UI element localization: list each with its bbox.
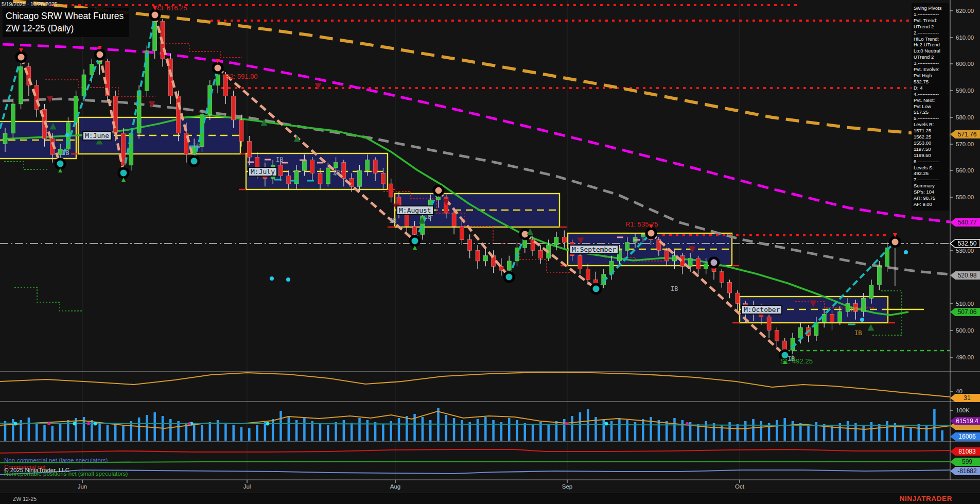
svg-text:532.50: 532.50 [958,240,977,247]
svg-text:16006: 16006 [958,433,976,440]
swing-panel-line: Summary [914,183,949,189]
swing-panel-line: 492.25 [914,170,949,177]
swing-panel-line: Pvt. Evolve: [914,66,949,73]
ib-label: IB [332,169,340,176]
swing-panel-line: 1189.50 [914,152,949,159]
swing-panel-line: 1562.25 [914,134,949,140]
ib-label: IB [671,285,678,292]
pivot-level-label: R1: 535.75 [625,220,658,228]
month-box-label: M:June [82,131,112,141]
svg-text:Aug: Aug [390,483,400,490]
svg-text:61519.4: 61519.4 [956,418,978,425]
swing-panel-line: 5.------------- [914,115,949,121]
svg-text:500.00: 500.00 [956,327,974,334]
svg-text:100K: 100K [956,407,970,413]
svg-text:31: 31 [964,394,971,402]
svg-text:550.00: 550.00 [956,194,974,200]
svg-text:560.00: 560.00 [956,167,974,173]
ib-label: IB [276,156,283,163]
swing-panel-line: 6.------------- [914,159,949,165]
session-label: F0 [850,306,857,313]
pivot-level-label: S1: 492.25 [780,357,813,365]
swing-panel-line: Swing Pivots [914,5,949,11]
svg-text:610.00: 610.00 [956,34,974,41]
svg-text:540.77: 540.77 [958,219,977,226]
swing-panel-line: 517.25 [914,109,949,115]
status-bar: ZW 12-25 NINJATRADER [0,493,980,504]
svg-text:507.06: 507.06 [958,308,977,316]
svg-text:530.00: 530.00 [956,248,974,254]
instrument-tab[interactable]: ZW 12-25 [13,496,37,502]
cot-legend-item: Non-commercial net (large speculators) [4,457,108,463]
swing-panel-line: 4.------------- [914,91,949,97]
svg-text:600.00: 600.00 [956,61,974,67]
svg-text:40: 40 [956,388,962,394]
swing-panel-line: SP's: 104 [914,189,949,195]
swing-panel-line: 532.75 [914,79,949,85]
swing-panel-line: 1197.50 [914,146,949,152]
swing-panel-line: Levels R: [914,121,949,128]
month-box-label: M:July [248,167,277,177]
swing-panel-line: 1553.00 [914,140,949,146]
ib-label: IB [389,217,396,224]
svg-text:520.98: 520.98 [958,272,977,279]
ib-label: IB [62,149,69,157]
swing-panel-line: 2.------------- [914,30,949,36]
swing-panel-line: 7.------------- [914,177,949,183]
ninjatrader-logo[interactable]: NINJATRADER [900,495,952,502]
swing-panel-line: AR: 98.75 [914,195,949,201]
session-label: IB [854,329,862,337]
swing-panel-line: 3.------------- [914,60,949,66]
chart-title-line1: Chicago SRW Wheat Futures [6,10,124,22]
svg-text:490.00: 490.00 [956,354,974,360]
svg-text:81083: 81083 [958,448,976,455]
swing-panel-line: HiLo Trend: [914,36,949,42]
swing-panel-line: AF: 9.00 [914,201,949,207]
svg-text:571.76: 571.76 [958,131,977,138]
date-range-label: 5/19/2025 - 10/28/2025 [2,1,58,7]
chart-title-line2: ZW 12-25 (Daily) [6,22,124,34]
swing-panel-line: 1.------------- [914,11,949,18]
swing-panel-line: Levels S: [914,165,949,171]
svg-text:Jun: Jun [78,483,87,490]
svg-text:Jul: Jul [243,483,251,490]
svg-text:620.00: 620.00 [956,8,974,14]
month-box-label: M:October [741,305,782,315]
svg-text:590.00: 590.00 [956,88,974,94]
swing-panel-line: UTrend 2 [914,54,949,60]
svg-text:570.00: 570.00 [956,141,974,147]
svg-text:Sep: Sep [562,483,572,490]
chart-canvas[interactable]: 620.00610.00600.00590.00580.00570.00560.… [0,0,980,504]
svg-text:510.00: 510.00 [956,301,974,307]
svg-text:580.00: 580.00 [956,114,974,120]
swing-panel-line: UTrend 2 [914,24,949,30]
ib-label: IB [192,143,200,150]
svg-text:599: 599 [962,458,972,465]
month-box-label: M:September [569,245,619,254]
cot-legend-item: Nonreportable positions net (small specu… [4,471,128,477]
swing-pivots-panel: Swing Pivots1.-------------Pvt. Trend:UT… [912,3,949,211]
svg-text:-81682: -81682 [957,467,977,475]
swing-panel-line: Lo:0 Neutral [914,48,949,54]
chart-title: Chicago SRW Wheat Futures ZW 12-25 (Dail… [3,8,129,37]
pivot-level-label: R3: 616.25 [154,4,187,12]
swing-panel-line: Pvt High [914,73,949,79]
swing-panel-line: Pvt. Next: [914,97,949,103]
swing-panel-line: Pvt. Trend: [914,18,949,24]
month-box-label: M:August [396,205,434,215]
chart-window[interactable]: 620.00610.00600.00590.00580.00570.00560.… [0,0,980,504]
swing-panel-line: Pvt Low [914,103,949,110]
swing-panel-line: Hi:2 UTrend [914,42,949,48]
svg-text:Oct: Oct [735,483,745,490]
swing-panel-line: D: 4 [914,85,949,91]
pivot-level-label: R2: 591.00 [225,73,258,80]
swing-panel-line: 1571.25 [914,128,949,134]
